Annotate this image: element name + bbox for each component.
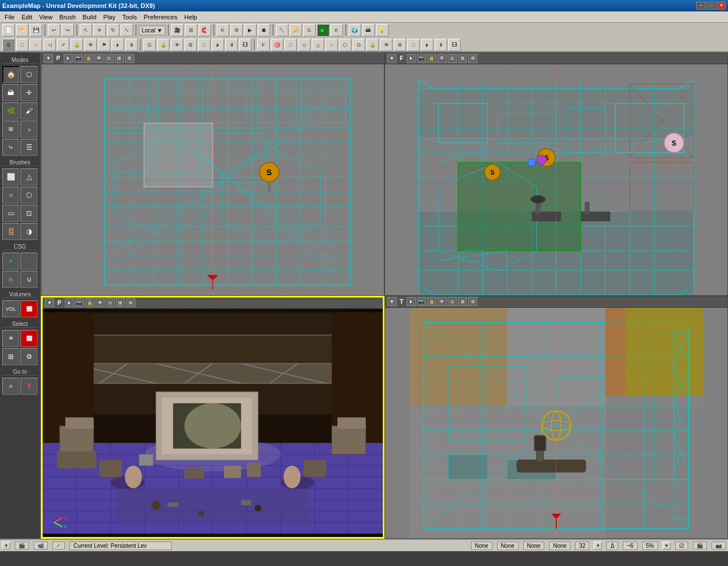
viewport-top-left[interactable]: ▼ P ⏵ 📷 🔒 👁 G ⊞ ⚙	[41, 52, 384, 296]
vp-bl-lock[interactable]: 🔒	[85, 298, 94, 307]
vp-bl-eye[interactable]: 👁	[96, 298, 105, 307]
vp-tr-g[interactable]: G	[448, 54, 457, 63]
foliage-mode-btn[interactable]: 🌿	[2, 102, 19, 119]
tb-row2-19[interactable]: ○	[325, 39, 338, 51]
terrain-brush-btn[interactable]: ⊡	[20, 205, 38, 222]
tb-row2-1[interactable]: □	[16, 39, 28, 51]
vp-bl-cam[interactable]: 📷	[75, 298, 84, 307]
tb-row2-25[interactable]: □	[407, 39, 420, 51]
vp-tl-g[interactable]: G	[105, 54, 114, 63]
tb-row2-26[interactable]: ⏵	[421, 39, 433, 51]
undo-button[interactable]: ↩	[48, 24, 60, 36]
tb-btn-k2[interactable]: K	[330, 24, 343, 36]
paint-mode-btn[interactable]: 🖌	[20, 102, 38, 119]
play-button[interactable]: ▶	[317, 24, 329, 36]
vp-tr-eye[interactable]: 👁	[437, 54, 446, 63]
select-inv-btn[interactable]: ⬜	[20, 330, 38, 347]
modes-s[interactable]: S	[2, 39, 15, 51]
vp-bl-menu[interactable]: ▼	[45, 298, 54, 307]
fluid-mode-btn[interactable]: ≋	[2, 121, 19, 138]
camera-mode-btn[interactable]: 🏠	[2, 66, 19, 83]
vp-br-more[interactable]: ⚙	[468, 297, 477, 306]
goto-btn-2[interactable]: 📍	[20, 378, 38, 395]
tb-row2-4[interactable]: ↗	[57, 39, 69, 51]
vp-tr-lock[interactable]: 🔒	[427, 54, 436, 63]
vp-tl-cam[interactable]: 📷	[74, 54, 83, 63]
tb-row2-eye[interactable]: 👁	[171, 39, 183, 51]
local-mode-dropdown[interactable]: Local ▼	[139, 26, 166, 35]
vp-tr-realtime[interactable]: ⏵	[407, 54, 416, 63]
status-zoom-dropdown[interactable]: ▼	[663, 542, 671, 550]
vp-tr-grid[interactable]: ⊞	[458, 54, 467, 63]
cylinder-brush-btn[interactable]: ⬡	[20, 187, 38, 204]
tb-row2-film[interactable]: 🎞	[239, 39, 251, 51]
vp-tr-more[interactable]: ⚙	[468, 54, 477, 63]
viewport-top-right[interactable]: ▼ F ⏵ 📷 🔒 👁 G ⊞ ⚙	[384, 52, 728, 296]
menu-file[interactable]: File	[1, 13, 18, 22]
staircase-brush-btn[interactable]: 🪜	[2, 223, 19, 240]
viewport-bottom-left[interactable]: ▼ P ⏵ 📷 🔒 👁 G ⊞ ⚙	[41, 296, 384, 539]
tb-row2-13[interactable]: ⏵	[212, 39, 224, 51]
tb-row2-7[interactable]: ⚑	[98, 39, 110, 51]
tb-row2-16[interactable]: □	[284, 39, 297, 51]
vp-br-menu[interactable]: ▼	[387, 297, 396, 306]
tb-btn-6[interactable]: 🔑	[289, 24, 302, 36]
tb-btn-9[interactable]: 🏔	[362, 24, 375, 36]
terrain-mode-btn[interactable]: 🏔	[2, 84, 19, 101]
path-mode-btn[interactable]: ⤷	[2, 139, 19, 156]
tb-row2-2[interactable]: ○	[30, 39, 42, 51]
menu-build[interactable]: Build	[79, 13, 100, 22]
minimize-button[interactable]: ─	[696, 2, 705, 10]
select-all-btn[interactable]: 👁	[2, 330, 19, 347]
tb-row2-21[interactable]: G	[353, 39, 365, 51]
redo-button[interactable]: ↪	[61, 24, 74, 36]
new-button[interactable]: 📄	[2, 24, 15, 36]
volume-btn-1[interactable]: VOL	[2, 300, 19, 317]
cone-brush-btn[interactable]: △	[20, 168, 38, 185]
vp-bl-more[interactable]: ⚙	[126, 298, 135, 307]
tb-btn-5[interactable]: 🔧	[276, 24, 288, 36]
csg-add-btn[interactable]: +	[2, 253, 19, 270]
vp-tl-grid[interactable]: ⊞	[115, 54, 124, 63]
sprite-mode-btn[interactable]: ⬦	[20, 121, 38, 138]
goto-btn-1[interactable]: A	[2, 378, 19, 395]
vp-br-lock[interactable]: 🔒	[427, 297, 436, 306]
vp-br-eye[interactable]: 👁	[437, 297, 446, 306]
rotate-tool[interactable]: ↻	[107, 24, 119, 36]
csg-intersect-btn[interactable]: ∩	[2, 271, 19, 288]
vp-tr-cam[interactable]: 📷	[417, 54, 426, 63]
vp-tl-lock[interactable]: 🔒	[84, 54, 93, 63]
tb-row2-15[interactable]: 🎯	[271, 39, 283, 51]
tb-row2-14[interactable]: ⏸	[225, 39, 238, 51]
vp-bl-g[interactable]: G	[106, 298, 115, 307]
menu-play[interactable]: Play	[100, 13, 119, 22]
tb-row2-lock[interactable]: 🔒	[157, 39, 169, 51]
tb-row2-17[interactable]: ◇	[298, 39, 311, 51]
move-tool[interactable]: ✛	[93, 24, 106, 36]
open-button[interactable]: 📂	[16, 24, 28, 36]
geometry-mode-btn[interactable]: ⬡	[20, 66, 38, 83]
menu-edit[interactable]: Edit	[18, 13, 36, 22]
tb-row2-9[interactable]: ⏸	[125, 39, 138, 51]
tb-row2-27[interactable]: ⏸	[435, 39, 447, 51]
tb-row2-10[interactable]: G	[143, 39, 156, 51]
sheet-brush-btn[interactable]: ▭	[2, 205, 19, 222]
tb-row2-24[interactable]: ⚙	[394, 39, 406, 51]
status-grid-dropdown[interactable]: ▼	[594, 542, 602, 550]
vp-br-cam[interactable]: 📷	[417, 297, 426, 306]
vp-tl-more[interactable]: ⚙	[125, 54, 134, 63]
tb-btn-4[interactable]: ⏹	[258, 24, 270, 36]
tb-btn-2[interactable]: ⚙	[230, 24, 243, 36]
mesh-mode-btn[interactable]: ✛	[20, 84, 38, 101]
layer-mode-btn[interactable]: ☰	[20, 139, 38, 156]
viewport-bottom-right[interactable]: ▼ T ⏵ 📷 🔒 👁 G ⊞ ⚙	[384, 296, 728, 539]
vp-tl-realtime[interactable]: ⏵	[64, 54, 73, 63]
tb-row2-5[interactable]: 🔒	[71, 39, 83, 51]
select-btn-3[interactable]: ⊞	[2, 348, 19, 365]
csg-subtract-btn[interactable]: −	[20, 253, 38, 270]
tb-btn-8[interactable]: 🌍	[349, 24, 361, 36]
tb-btn-1[interactable]: K	[217, 24, 229, 36]
grid-button[interactable]: ⊞	[185, 24, 197, 36]
tb-row2-28[interactable]: 🎞	[448, 39, 461, 51]
menu-tools[interactable]: Tools	[119, 13, 140, 22]
